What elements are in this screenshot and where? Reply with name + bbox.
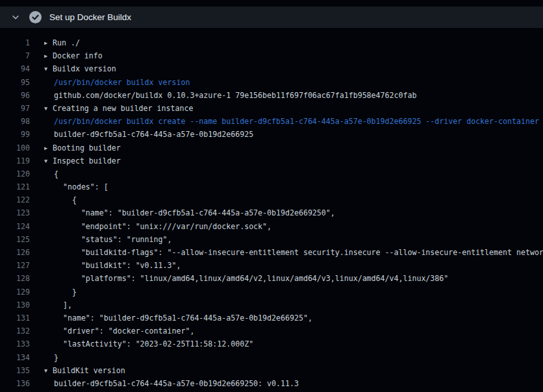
log-line[interactable]: 1 ▶ Run ./ [0,36,543,49]
line-number[interactable]: 135 [0,364,30,377]
log-text: Buildx version [53,62,116,75]
line-number[interactable]: 129 [0,286,30,299]
log-text: Inspect builder [53,154,121,167]
log-text: Booting builder [53,141,121,154]
log-text: } [54,351,58,364]
line-number[interactable]: 96 [0,89,30,102]
log-line: 124 "endpoint": "unix:///var/run/docker.… [0,220,543,233]
line-number[interactable]: 134 [0,351,30,364]
chevron-down-icon[interactable] [10,12,21,23]
log-text: "buildkitd-flags": "--allow-insecure-ent… [54,246,543,259]
log-line: 95 /usr/bin/docker buildx version [0,76,543,89]
line-number[interactable]: 131 [0,312,30,325]
check-circle-icon [29,11,42,23]
line-number[interactable]: 130 [0,299,30,312]
log-text: "endpoint": "unix:///var/run/docker.sock… [54,220,272,233]
log-text: } [54,286,77,299]
group-collapsed-icon[interactable]: ▶ [44,36,53,49]
log-line: 125 "status": "running", [0,233,543,246]
log-line: 133 "lastActivity": "2023-02-25T11:58:12… [0,337,543,350]
log-text: "platforms": "linux/amd64,linux/amd64/v2… [54,272,448,285]
line-number[interactable]: 121 [0,180,30,193]
line-number[interactable]: 7 [0,49,30,62]
line-number[interactable]: 128 [0,272,30,285]
log-line[interactable]: 7 ▶ Docker info [0,49,543,62]
log-text: Docker info [53,49,103,62]
step-header[interactable]: Set up Docker Buildx [0,6,543,28]
log-line: 121 "nodes": [ [0,180,543,193]
group-collapsed-icon[interactable]: ▶ [44,49,53,62]
line-number[interactable]: 127 [0,259,30,272]
group-expanded-icon[interactable]: ▼ [44,154,53,167]
log-line: 136 builder-d9cfb5a1-c764-445a-a57e-0b19… [0,377,543,390]
log-text: ], [54,299,72,312]
line-number[interactable]: 126 [0,246,30,259]
log-line: 123 "name": "builder-d9cfb5a1-c764-445a-… [0,206,543,219]
log-line: 131 "name": "builder-d9cfb5a1-c764-445a-… [0,312,543,325]
line-number[interactable]: 124 [0,220,30,233]
line-number[interactable]: 95 [0,76,30,89]
log-line[interactable]: 94 ▼ Buildx version [0,62,543,75]
log-text: "status": "running", [54,233,171,246]
log-text: { [54,167,58,180]
log-line[interactable]: 100 ▶ Booting builder [0,141,543,154]
log-text: /usr/bin/docker buildx version [54,76,190,89]
log-line: 126 "buildkitd-flags": "--allow-insecure… [0,246,543,259]
step-title: Set up Docker Buildx [49,12,131,22]
line-number[interactable]: 132 [0,325,30,337]
log-text: "name": "builder-d9cfb5a1-c764-445a-a57e… [54,312,312,325]
line-number[interactable]: 98 [0,115,30,128]
log-line: 130 ], [0,299,543,312]
log-text: builder-d9cfb5a1-c764-445a-a57e-0b19d2e6… [54,377,299,390]
line-number[interactable]: 123 [0,206,30,219]
line-number[interactable]: 94 [0,62,30,75]
log-text: Creating a new builder instance [53,102,193,115]
line-number[interactable]: 99 [0,128,30,141]
line-number[interactable]: 120 [0,167,30,180]
log-line: 120 { [0,167,543,180]
log-line[interactable]: 97 ▼ Creating a new builder instance [0,102,543,115]
log-line: 96 github.com/docker/buildx 0.10.3+azure… [0,89,543,102]
log-line: 99 builder-d9cfb5a1-c764-445a-a57e-0b19d… [0,128,543,141]
log-line: 128 "platforms": "linux/amd64,linux/amd6… [0,272,543,285]
log-line: 132 "driver": "docker-container", [0,325,543,337]
group-expanded-icon[interactable]: ▼ [44,102,53,115]
log-line: 129 } [0,286,543,299]
log-text: builder-d9cfb5a1-c764-445a-a57e-0b19d2e6… [54,128,253,141]
log-area: 1 ▶ Run ./ 7 ▶ Docker info 94 ▼ Buildx v… [0,36,543,392]
log-line: 134 } [0,351,543,364]
log-text: Run ./ [53,36,80,49]
log-text: "nodes": [ [54,180,108,193]
log-text: "buildkit": "v0.11.3", [54,259,181,272]
line-number[interactable]: 100 [0,141,30,154]
line-number[interactable]: 125 [0,233,30,246]
log-line: 98 /usr/bin/docker buildx create --name … [0,115,543,128]
log-text: { [54,193,77,206]
group-collapsed-icon[interactable]: ▶ [44,141,53,154]
log-text: "lastActivity": "2023-02-25T11:58:12.000… [54,337,253,350]
line-number[interactable]: 119 [0,154,30,167]
line-number[interactable]: 97 [0,102,30,115]
line-number[interactable]: 122 [0,193,30,206]
log-text: github.com/docker/buildx 0.10.3+azure-1 … [54,89,416,102]
log-text: "name": "builder-d9cfb5a1-c764-445a-a57e… [54,206,335,219]
log-line[interactable]: 119 ▼ Inspect builder [0,154,543,167]
log-line: 127 "buildkit": "v0.11.3", [0,259,543,272]
log-text: /usr/bin/docker buildx create --name bui… [54,115,539,128]
log-text: "driver": "docker-container", [54,325,194,337]
log-line: 122 { [0,193,543,206]
group-expanded-icon[interactable]: ▼ [44,364,53,377]
log-text: BuildKit version [53,364,125,377]
group-expanded-icon[interactable]: ▼ [44,62,53,75]
line-number[interactable]: 1 [0,36,30,49]
actions-log-viewer: Set up Docker Buildx 1 ▶ Run ./ 7 ▶ Dock… [0,0,543,392]
line-number[interactable]: 133 [0,337,30,350]
line-number[interactable]: 136 [0,377,30,390]
log-line[interactable]: 135 ▼ BuildKit version [0,364,543,377]
